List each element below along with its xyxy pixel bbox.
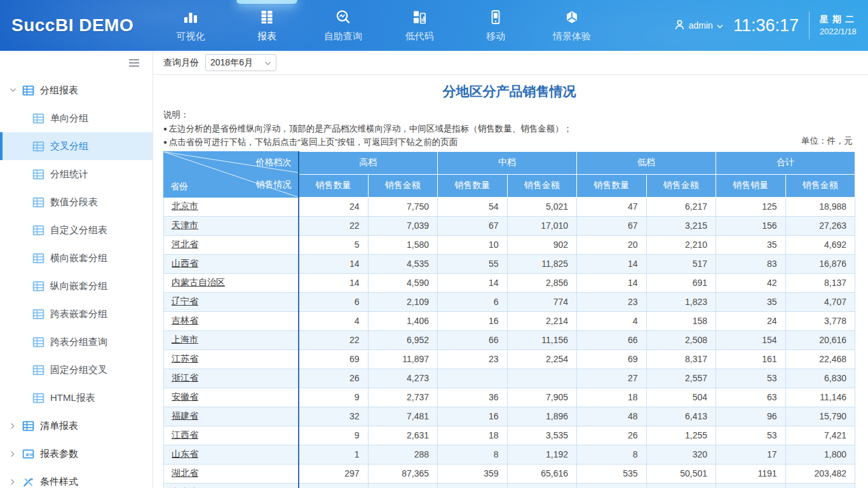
- user-name: admin: [689, 20, 713, 30]
- sidebar-item-list-report[interactable]: 清单报表: [0, 412, 153, 440]
- value-cell: 35: [716, 292, 786, 311]
- province-drill-link[interactable]: 安徽省: [172, 391, 198, 402]
- province-drill-link[interactable]: 上海市: [172, 334, 198, 344]
- value-cell: 24: [299, 197, 369, 216]
- value-cell: 902: [507, 235, 577, 254]
- table-row: 河北省51,58010902202,210354,692: [164, 235, 855, 254]
- topbar-divider: [809, 11, 810, 39]
- sidebar-subitem[interactable]: HTML报表: [0, 384, 153, 412]
- value-cell: 32: [299, 407, 369, 426]
- sidebar-subitem[interactable]: 单向分组: [0, 104, 153, 132]
- value-cell: 1,800: [785, 445, 855, 464]
- province-drill-link[interactable]: 河北省: [172, 239, 198, 249]
- province-drill-link[interactable]: 江苏省: [172, 353, 198, 363]
- sidebar-subitem[interactable]: 数值分段表: [0, 188, 153, 216]
- table-row: 山东省128881,1928320171,800: [164, 445, 855, 464]
- sidebar-subitem[interactable]: 跨表分组查询: [0, 328, 153, 356]
- value-cell: 47: [577, 197, 647, 216]
- sidebar-subitem[interactable]: 自定义分组表: [0, 216, 153, 244]
- value-cell: 161: [716, 349, 786, 369]
- province-cell: 山东省: [164, 445, 299, 464]
- sidebar-item-group-report[interactable]: 分组报表: [0, 76, 153, 104]
- nav-item-visualization[interactable]: 可视化: [153, 0, 229, 51]
- province-drill-link[interactable]: 北京市: [172, 201, 198, 211]
- menu-collapse-button[interactable]: [126, 56, 142, 72]
- value-cell: 4: [577, 311, 647, 330]
- table-grid-icon: [32, 280, 44, 292]
- sidebar-subitem[interactable]: 固定分组交叉: [0, 356, 153, 384]
- nav-item-low-code[interactable]: 低代码: [381, 0, 458, 51]
- value-cell: 5: [299, 235, 369, 254]
- value-cell: 14: [577, 273, 647, 292]
- value-cell: 18,988: [785, 197, 855, 216]
- table-row: 江苏省6911,897232,254698,31716122,468: [164, 349, 855, 369]
- sidebar-subitem[interactable]: 横向嵌套分组: [0, 244, 153, 272]
- sidebar-subitem-label: 跨表嵌套分组: [50, 308, 107, 320]
- table-grid-icon: [22, 85, 34, 97]
- measure-header: 销售数量: [299, 174, 369, 197]
- value-cell: 7,905: [507, 388, 577, 407]
- value-cell: 1: [299, 445, 369, 464]
- sidebar-subitem[interactable]: 分组统计: [0, 160, 153, 188]
- top-bar: SuccBI DEMO 可视化 报表 自助查询 低代码: [0, 0, 868, 51]
- province-drill-link[interactable]: 山西省: [172, 258, 198, 268]
- value-cell: 14: [438, 273, 508, 292]
- province-drill-link[interactable]: 内蒙古自治区: [172, 277, 225, 287]
- value-cell: 2,557: [646, 369, 716, 388]
- province-drill-link[interactable]: 江西省: [172, 430, 198, 440]
- measure-header: 销售数量: [438, 174, 508, 197]
- nav-item-mobile[interactable]: 移动: [458, 0, 534, 51]
- value-cell: 125: [716, 197, 786, 216]
- province-cell: 山西省: [164, 254, 299, 273]
- sidebar-children: 单向分组交叉分组分组统计数值分段表自定义分组表横向嵌套分组纵向嵌套分组跨表嵌套分…: [0, 104, 153, 412]
- value-cell: 1,192: [507, 445, 577, 464]
- nav-item-scenario[interactable]: 情景体验: [534, 0, 610, 51]
- value-cell: 48: [577, 407, 647, 426]
- chevron-right-icon: [9, 423, 17, 430]
- value-cell: 517: [646, 254, 716, 273]
- sidebar-item-conditional-style[interactable]: 条件样式: [0, 468, 153, 488]
- sidebar-subitem[interactable]: 纵向嵌套分组: [0, 272, 153, 300]
- province-drill-link[interactable]: 辽宁省: [172, 296, 198, 306]
- value-cell: 3,215: [646, 216, 716, 235]
- table-row: 辽宁省62,1096774231,823354,707: [164, 292, 855, 311]
- value-cell: 14: [299, 273, 369, 292]
- nav-item-self-query[interactable]: 自助查询: [305, 0, 381, 51]
- sidebar-subitem[interactable]: 跨表嵌套分组: [0, 300, 153, 328]
- sidebar-item-label: 分组报表: [40, 85, 78, 97]
- month-select[interactable]: 2018年6月: [205, 54, 276, 71]
- nav-item-report[interactable]: 报表: [229, 0, 305, 51]
- province-drill-link[interactable]: 吉林省: [172, 315, 198, 325]
- user-menu[interactable]: admin: [674, 19, 723, 32]
- table-grid-icon: [32, 168, 44, 180]
- sidebar-item-report-params[interactable]: x= 报表参数: [0, 440, 153, 468]
- value-cell: 54: [438, 197, 508, 216]
- province-drill-link[interactable]: 天津市: [172, 220, 198, 230]
- weekday-label: 星期二: [820, 13, 858, 25]
- value-cell: 10: [438, 235, 508, 254]
- value-cell: 24: [716, 311, 786, 330]
- value-cell: 8,137: [785, 273, 855, 292]
- table-grid-icon: [22, 420, 34, 432]
- value-cell: 63: [716, 388, 786, 407]
- value-cell: 154: [716, 330, 786, 349]
- nav-label: 自助查询: [324, 30, 362, 43]
- value-cell: 6: [299, 292, 369, 311]
- price-tier-group-header: 低档: [577, 151, 716, 174]
- province-drill-link[interactable]: 福建省: [172, 410, 198, 421]
- province-drill-link[interactable]: 浙江省: [172, 372, 198, 383]
- province-drill-link[interactable]: 湖北省: [172, 468, 198, 478]
- sidebar-subitem[interactable]: 交叉分组: [0, 132, 153, 160]
- province-cell: 江西省: [164, 426, 299, 445]
- sidebar-item-label: 清单报表: [40, 420, 78, 432]
- value-cell: 27: [577, 369, 647, 388]
- table-grid-icon: [32, 112, 44, 125]
- value-cell: 2,210: [646, 235, 716, 254]
- svg-text:x=: x=: [25, 451, 34, 457]
- nav-label: 移动: [486, 30, 505, 43]
- nav-label: 低代码: [405, 30, 434, 43]
- sidebar-subitem-label: 自定义分组表: [50, 224, 107, 236]
- table-grid-icon: [32, 140, 44, 152]
- note-bullet: 点击省份可进行下钻，下钻后点击“返回上页”按钮，可返回到下钻之前的页面: [163, 135, 855, 149]
- province-drill-link[interactable]: 山东省: [172, 449, 198, 459]
